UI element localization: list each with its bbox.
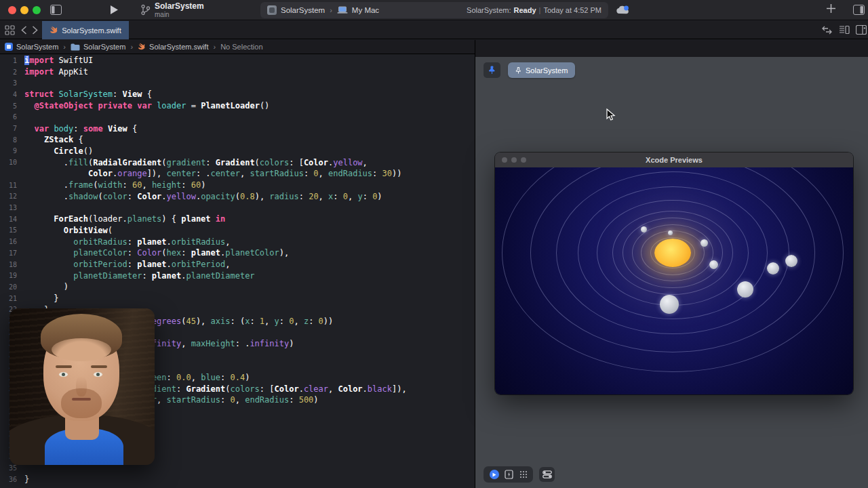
code-line[interactable]: 16 orbitRadius: planet.orbitRadius,	[0, 236, 475, 247]
scheme-app-icon	[267, 5, 277, 15]
code-line[interactable]: 1import SwiftUI	[0, 55, 475, 66]
preview-titlebar[interactable]: Xcode Previews	[495, 152, 853, 167]
line-number: 21	[0, 295, 24, 302]
preview-bottom-toolbar	[484, 466, 533, 483]
breadcrumb-file[interactable]: SolarSystem.swift	[138, 43, 208, 51]
project-branch-cluster[interactable]: SolarSystem main	[155, 2, 204, 18]
status-time: Today at 4:52 PM	[543, 6, 601, 14]
line-number: 12	[0, 192, 24, 200]
destination-name: My Mac	[352, 6, 379, 14]
code-line[interactable]: 8 ZStack {	[0, 134, 475, 146]
code-line[interactable]: 13	[0, 202, 475, 214]
chevron-separator-icon: ›	[329, 6, 333, 14]
code-line[interactable]: 36}	[0, 474, 475, 485]
line-number: 19	[0, 272, 24, 279]
code-text: planetDiameter: planet.planetDiameter	[24, 271, 255, 281]
breadcrumb-selection[interactable]: No Selection	[220, 43, 262, 51]
breadcrumb-project[interactable]: SolarSystem	[5, 43, 58, 51]
canvas-top-strip	[475, 40, 868, 57]
solar-system-view	[495, 167, 853, 394]
tab-bar: SolarSystem.swift	[0, 21, 868, 39]
close-window-button[interactable]	[8, 6, 16, 14]
planet	[785, 255, 797, 267]
preview-zoom-button[interactable]	[521, 157, 526, 163]
run-button[interactable]	[110, 5, 119, 15]
webcam-overlay	[9, 308, 155, 465]
scheme-selector[interactable]: SolarSystem › My Mac	[267, 5, 379, 15]
minimize-window-button[interactable]	[20, 6, 28, 14]
code-line[interactable]: 19 planetDiameter: planet.planetDiameter	[0, 270, 475, 281]
code-line[interactable]: 12 .shadow(color: Color.yellow.opacity(0…	[0, 190, 475, 202]
activity-viewer[interactable]: SolarSystem: Ready | Today at 4:52 PM	[467, 6, 601, 14]
branch-icon	[140, 4, 151, 16]
status-divider: |	[539, 6, 541, 14]
code-line[interactable]: 11 .frame(width: 60, height: 60)	[0, 180, 475, 191]
preview-target-pill[interactable]: SolarSystem	[508, 62, 575, 78]
code-line[interactable]: 18 orbitPeriod: planet.orbitPeriod,	[0, 259, 475, 270]
code-text: orbitRadius: planet.orbitRadius,	[24, 237, 231, 247]
code-line[interactable]: 9 Circle()	[0, 146, 475, 157]
planet	[709, 260, 718, 269]
code-line[interactable]: 5 @StateObject private var loader = Plan…	[0, 100, 475, 112]
pin-icon	[515, 66, 521, 75]
line-number: 3	[0, 79, 24, 87]
line-number: 11	[0, 182, 24, 189]
code-line[interactable]: 17 planetColor: Color(hex: planet.planet…	[0, 247, 475, 259]
orbit-ring	[502, 167, 844, 372]
editor-options-icon[interactable]	[839, 25, 850, 35]
code-line[interactable]: 2import AppKit	[0, 66, 475, 78]
code-line[interactable]: 21 }	[0, 293, 475, 304]
add-button[interactable]	[826, 3, 836, 14]
person-eyebrow	[91, 365, 107, 368]
swift-file-icon	[50, 26, 58, 35]
line-number: 35	[0, 464, 24, 472]
code-line[interactable]: 20 )	[0, 281, 475, 293]
code-text: Circle()	[24, 146, 93, 156]
person-beard	[61, 388, 102, 418]
xcode-previews-window[interactable]: Xcode Previews	[495, 152, 853, 394]
code-text: ZStack {	[24, 135, 83, 144]
navigator-sidebar-toggle[interactable]	[50, 5, 62, 15]
code-line[interactable]: 4struct SolarSystem: View {	[0, 89, 475, 100]
planet	[701, 239, 708, 247]
sun	[654, 239, 691, 267]
preview-minimize-button[interactable]	[511, 157, 517, 163]
line-number: 7	[0, 125, 24, 132]
inspector-sidebar-toggle[interactable]	[853, 5, 865, 15]
line-number: 2	[0, 68, 24, 76]
tab-overview-icon[interactable]	[5, 25, 15, 35]
branch-name: main	[155, 11, 204, 18]
live-preview-button[interactable]	[490, 470, 499, 479]
line-number: 5	[0, 102, 24, 110]
cloud-status-icon	[616, 5, 631, 16]
code-text: }	[24, 293, 59, 303]
code-line[interactable]: 7 var body: some View {	[0, 123, 475, 134]
preview-on-device-button[interactable]	[505, 470, 513, 479]
line-number: 14	[0, 216, 24, 223]
environment-overrides-button[interactable]	[539, 467, 555, 482]
back-button[interactable]	[21, 26, 27, 35]
add-editor-icon[interactable]	[856, 25, 867, 35]
zoom-window-button[interactable]	[33, 6, 41, 14]
code-text: import AppKit	[24, 67, 88, 77]
tab-solarsystem-swift[interactable]: SolarSystem.swift	[42, 21, 129, 39]
code-line[interactable]: 15 OrbitView(	[0, 225, 475, 237]
code-line[interactable]: Color.orange]), center: .center, startRa…	[0, 168, 475, 180]
preview-close-button[interactable]	[502, 157, 507, 163]
toolbar: SolarSystem main SolarSystem › My Mac So…	[0, 0, 868, 20]
breadcrumb-group[interactable]: SolarSystem	[71, 43, 125, 51]
person-eyebrow	[56, 365, 72, 368]
forward-button[interactable]	[32, 26, 38, 35]
line-number: 15	[0, 226, 24, 234]
line-number: 10	[0, 159, 24, 166]
preview-variants-button[interactable]	[519, 470, 528, 479]
line-number: 8	[0, 136, 24, 144]
code-line[interactable]: 14 ForEach(loader.planets) { planet in	[0, 214, 475, 225]
preview-window-title: Xcode Previews	[646, 156, 703, 164]
pin-preview-button[interactable]	[484, 62, 500, 78]
code-line[interactable]: 3	[0, 77, 475, 89]
code-line[interactable]: 10 .fill(RadialGradient(gradient: Gradie…	[0, 157, 475, 168]
person-mouth	[72, 398, 91, 401]
code-review-icon[interactable]	[822, 26, 832, 35]
code-line[interactable]: 6	[0, 112, 475, 123]
